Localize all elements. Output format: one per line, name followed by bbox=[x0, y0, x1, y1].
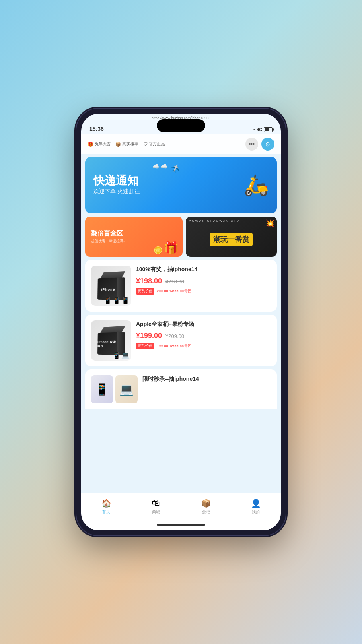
coin-icon: 🪙 bbox=[154, 246, 162, 255]
lucky-box-banner[interactable]: 翻倍盲盒区 超值优惠，幸运拉满~ 🎁 🪙 bbox=[85, 217, 183, 257]
nav-item-shop[interactable]: 🛍 商城 bbox=[131, 498, 181, 515]
product-image-3b: 💻 bbox=[115, 375, 138, 403]
rabbit-icon: 🎁 bbox=[88, 142, 93, 147]
dynamic-island bbox=[157, 119, 205, 132]
nav-label-home: 首页 bbox=[102, 509, 110, 515]
tag-value-2: 商品价值 bbox=[136, 343, 154, 349]
product-image-1: iPhone 📱 📱 📱 bbox=[91, 266, 131, 306]
starburst-icon: 💥 bbox=[265, 219, 274, 228]
product-card-1[interactable]: iPhone 📱 📱 📱 100%有奖，抽iphone14 ¥198.00 ¥ bbox=[85, 260, 277, 312]
nav-item-home[interactable]: 🏠 首页 bbox=[81, 498, 131, 515]
top-nav: 🎁 兔年大吉 📦 真实概率 🛡 官方正品 ••• ⊙ bbox=[81, 134, 281, 154]
home-bar bbox=[157, 524, 205, 526]
tag-value-1: 商品价值 bbox=[136, 288, 154, 295]
nav-item-box[interactable]: 📦 盒柜 bbox=[181, 498, 231, 515]
rider-illustration: 🛵 bbox=[244, 173, 269, 197]
iphone-label-2: iPhone·探索科技 bbox=[97, 340, 119, 348]
product-info-3: 限时秒杀--抽iphone14 bbox=[142, 375, 271, 386]
nav-controls: ••• ⊙ bbox=[245, 138, 274, 151]
nav-badge-rabbit: 🎁 兔年大吉 bbox=[88, 141, 111, 147]
banner-subtitle: 欢迎下单 火速赶往 bbox=[93, 188, 140, 195]
chaowan-title: 潮玩一番赏 bbox=[210, 233, 253, 246]
plane-icon: ✈️ bbox=[171, 164, 181, 174]
chaowan-banner[interactable]: AOWAN CHAOWAN CHA 💥 潮玩一番赏 bbox=[186, 217, 277, 257]
bottom-nav: 🏠 首页 🛍 商城 📦 盒柜 👤 我的 bbox=[81, 493, 281, 519]
dots-icon: ••• bbox=[249, 141, 255, 147]
product-image-3a: 📱 bbox=[91, 375, 113, 403]
badge-prob-text: 真实概率 bbox=[122, 141, 138, 147]
iphone-box-3d-2: iPhone·探索科技 bbox=[97, 326, 125, 355]
price-original-1: ¥218.00 bbox=[165, 279, 184, 285]
phone-screen: 15:36 https://www.huzhan.com/ishop13906 … bbox=[81, 114, 281, 530]
product-title-1: 100%有奖，抽iphone14 bbox=[136, 266, 271, 274]
shop-icon: 🛍 bbox=[151, 498, 161, 508]
shield-icon: 🛡 bbox=[143, 142, 148, 147]
iphone-label-1: iPhone bbox=[101, 287, 115, 291]
main-banner[interactable]: 快递通知 欢迎下单 火速赶往 ☁️ ☁️ 🛵 ✈️ bbox=[85, 157, 277, 213]
nav-badge-official: 🛡 官方正品 bbox=[143, 141, 165, 147]
badge-rabbit-text: 兔年大吉 bbox=[95, 141, 111, 147]
tag-range-2: 199.00-18999.00青团 bbox=[157, 343, 191, 349]
scan-button[interactable]: ⊙ bbox=[261, 138, 274, 151]
bottom-spacer bbox=[81, 412, 281, 416]
scan-icon: ⊙ bbox=[265, 141, 270, 147]
lucky-box-title: 翻倍盲盒区 bbox=[91, 229, 123, 238]
product-title-2: Apple全家桶–果粉专场 bbox=[136, 320, 271, 328]
nav-label-profile: 我的 bbox=[252, 509, 260, 515]
profile-icon: 👤 bbox=[251, 498, 261, 508]
nav-badges: 🎁 兔年大吉 📦 真实概率 🛡 官方正品 bbox=[88, 141, 165, 147]
price-original-2: ¥209.00 bbox=[165, 333, 184, 339]
banner-text: 快递通知 欢迎下单 火速赶往 bbox=[93, 175, 140, 195]
iphone-box-3d-1: iPhone bbox=[97, 271, 125, 300]
tag-row-2: 商品价值 199.00-18999.00青团 bbox=[136, 343, 271, 349]
scroll-content[interactable]: 快递通知 欢迎下单 火速赶往 ☁️ ☁️ 🛵 ✈️ 翻倍盲盒区 超值优惠，幸运拉… bbox=[81, 154, 281, 493]
home-indicator bbox=[81, 519, 281, 530]
gift-icon: 🎁 bbox=[164, 241, 179, 255]
chaowan-header-text: AOWAN CHAOWAN CHA bbox=[189, 219, 240, 223]
badge-official-text: 官方正品 bbox=[149, 141, 165, 147]
nav-label-shop: 商城 bbox=[152, 509, 160, 515]
box-icon: 📦 bbox=[115, 142, 121, 147]
price-current-1: ¥198.00 bbox=[136, 277, 162, 285]
home-icon: 🏠 bbox=[101, 498, 111, 508]
box-cabinet-icon: 📦 bbox=[201, 498, 211, 508]
banner-title: 快递通知 bbox=[93, 175, 140, 186]
nav-label-box: 盒柜 bbox=[202, 509, 210, 515]
price-current-2: ¥199.00 bbox=[136, 332, 162, 340]
network-type: 4G bbox=[257, 128, 262, 132]
product-title-3: 限时秒杀--抽iphone14 bbox=[142, 375, 271, 383]
product-image-2: iPhone·探索科技 📱 💻 bbox=[91, 320, 131, 361]
more-button[interactable]: ••• bbox=[245, 138, 258, 151]
secondary-banners: 翻倍盲盒区 超值优惠，幸运拉满~ 🎁 🪙 AOWAN CHAOWAN CHA 💥… bbox=[85, 217, 277, 257]
nav-item-profile[interactable]: 👤 我的 bbox=[231, 498, 281, 515]
battery-fill bbox=[265, 128, 269, 131]
cloud-icon: ☁️ ☁️ bbox=[152, 163, 168, 169]
product-card-3[interactable]: 📱 💻 限时秒杀--抽iphone14 bbox=[85, 369, 277, 409]
phone-frame: 15:36 https://www.huzhan.com/ishop13906 … bbox=[76, 109, 286, 535]
product-info-2: Apple全家桶–果粉专场 ¥199.00 ¥209.00 商品价值 199.0… bbox=[136, 320, 271, 349]
battery-icon bbox=[264, 127, 273, 132]
tag-row-1: 商品价值 200.00-14999.00青团 bbox=[136, 288, 271, 295]
tag-range-1: 200.00-14999.00青团 bbox=[157, 289, 191, 294]
product-image-3-container: 📱 💻 bbox=[91, 375, 138, 403]
status-right: •• 4G bbox=[253, 127, 273, 132]
lucky-box-subtitle: 超值优惠，幸运拉满~ bbox=[91, 239, 125, 244]
status-time: 15:36 bbox=[89, 126, 104, 132]
nav-badge-prob: 📦 真实概率 bbox=[115, 141, 138, 147]
price-row-1: ¥198.00 ¥218.00 bbox=[136, 277, 271, 285]
phone-thumbnails-2: 📱 💻 bbox=[113, 351, 130, 359]
product-info-1: 100%有奖，抽iphone14 ¥198.00 ¥218.00 商品价值 20… bbox=[136, 266, 271, 295]
phone-thumbnails-1: 📱 📱 📱 bbox=[104, 297, 130, 304]
signal-text: •• bbox=[253, 128, 255, 132]
price-row-2: ¥199.00 ¥209.00 bbox=[136, 332, 271, 340]
product-card-2[interactable]: iPhone·探索科技 📱 💻 Apple全家桶–果粉专场 ¥199.00 ¥2… bbox=[85, 315, 277, 366]
